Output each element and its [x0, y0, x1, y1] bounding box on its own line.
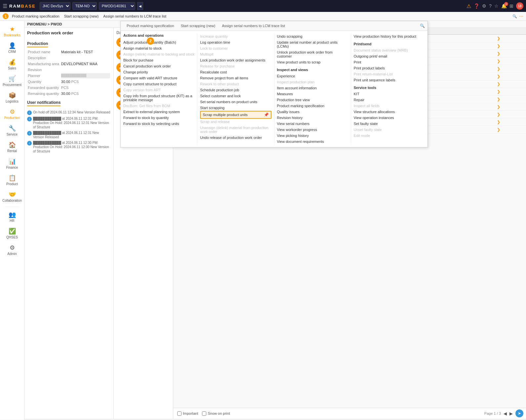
doc-nav-btn[interactable]: ◀ — [137, 2, 143, 10]
col1-item-1[interactable]: Assign material to stock — [123, 45, 194, 51]
col2-item-16[interactable]: Undo release of production work order — [200, 135, 271, 141]
col3-item-1[interactable]: Update serial number at product units (L… — [277, 39, 348, 49]
col3-inspect-item-7[interactable]: Revision history — [277, 115, 348, 121]
col2-item-7[interactable]: Remove project from all items — [200, 75, 271, 81]
col3-inspect-item-2[interactable]: Item account information — [277, 85, 348, 91]
sidebar-item-crm[interactable]: 👤 CRM — [1, 40, 23, 56]
col2-item-14: Scrap and release — [200, 119, 271, 125]
admin-icon: ⚙ — [10, 244, 15, 251]
col4-print-item-2[interactable]: Print — [354, 59, 425, 65]
col4-print-item-1[interactable]: Outgoing print/ email — [354, 53, 425, 59]
col1-item-6[interactable]: Compare with valid ART structure — [123, 75, 194, 81]
sidebar-item-qhses[interactable]: ✅ QHSES — [1, 226, 23, 241]
col1-item-12[interactable]: Forward to stock by quantity — [123, 115, 194, 121]
star-icon[interactable]: ☆ — [494, 3, 499, 9]
sidebar-label-production: Production — [4, 116, 20, 120]
col1-item-7[interactable]: Copy current structure to product — [123, 81, 194, 87]
col2-item-11[interactable]: Set serial numbers on product units — [200, 99, 271, 105]
hamburger-icon[interactable]: ☰ — [3, 3, 7, 9]
col2-item-highlighted-13[interactable]: Scrap multiple product units📌 — [200, 111, 271, 119]
sidebar-item-hr[interactable]: 👥 HR — [1, 209, 23, 225]
col4-service-item-6: Unset faulty state — [354, 127, 425, 133]
col2-item-12[interactable]: Start scrapping — [200, 105, 271, 111]
col1-item-10: DocBom: Get files from BOM — [123, 103, 194, 109]
col3-inspect-item-10[interactable]: View picking history — [277, 133, 348, 139]
col4-service-item-4[interactable]: View operation instances — [354, 115, 425, 121]
col1-item-11[interactable]: Extract to external planning system — [123, 109, 194, 115]
tab-assign-serial[interactable]: Assign serial numbers to LCM trace list — [102, 14, 168, 19]
help-circle-icon[interactable]: ❓ — [474, 3, 479, 9]
col1-item-0[interactable]: Adjust produced quantity (Batch) — [123, 39, 194, 45]
notification-icon[interactable]: 🔔2 — [501, 3, 507, 9]
tab-product-marking[interactable]: Product marking specification — [11, 14, 61, 19]
col4-print-item-0: Document status overview (MRB) — [354, 47, 425, 53]
col3-inspect-item-3[interactable]: Measures — [277, 91, 348, 97]
sidebar-item-logistics[interactable]: 📦 Logistics — [1, 90, 23, 105]
tab-start-scrapping[interactable]: Start scrapping (new) — [63, 14, 100, 19]
sidebar-item-admin[interactable]: ⚙ Admin — [1, 242, 23, 258]
col4-service-item-3[interactable]: View structure allocations — [354, 109, 425, 115]
col3-inspect-item-5[interactable]: Product marking specification — [277, 103, 348, 109]
col4-print-item-3[interactable]: Print product labels — [354, 65, 425, 71]
sidebar-item-procurement[interactable]: 🛒 Procurement — [1, 73, 23, 89]
col1-item-3[interactable]: Block for purchase — [123, 57, 194, 63]
tem-select[interactable]: TEM-NO — [72, 2, 97, 10]
col1-items: Adjust produced quantity (Batch)Assign m… — [123, 39, 194, 127]
col3-item-3[interactable]: View product units to scrap — [277, 59, 348, 65]
company-select[interactable]: JHC DevSys — [40, 2, 70, 10]
sidebar-item-finance[interactable]: 📊 Finance — [1, 156, 23, 172]
dropdown-overlay: Product marking specification Start scra… — [24, 21, 526, 420]
dropdown-tab-0[interactable]: Product marking specification — [123, 21, 178, 30]
col4-service-item-1[interactable]: Repair — [354, 97, 425, 103]
dropdown-tab-2[interactable]: Assign serial numbers to LCM trace list — [219, 21, 288, 30]
col4-item-0[interactable]: View production history for this product — [354, 33, 425, 39]
col2-item-15: Unassign (delink) material from producti… — [200, 125, 271, 135]
col3-inspect-item-11[interactable]: View document requirements — [277, 139, 348, 145]
col1-item-4[interactable]: Cancel production work order — [123, 63, 194, 69]
grid-icon[interactable]: ⊞ — [509, 3, 513, 9]
col2-item-6[interactable]: Recalculate cost — [200, 69, 271, 75]
col3-inspect-item-9[interactable]: View workorder progress — [277, 127, 348, 133]
sidebar-item-service[interactable]: 🔧 Service — [1, 123, 23, 139]
sidebar-item-collaboration[interactable]: 🤝 Collaboration — [1, 189, 23, 205]
dropdown-tab-1[interactable]: Start scrapping (new) — [178, 21, 219, 30]
col3-inspect-item-0[interactable]: Experience — [277, 73, 348, 79]
col2-item-4[interactable]: Lock production work order assignments — [200, 57, 271, 63]
doc-select[interactable]: PWOD/140361 — [99, 2, 135, 10]
nav-badge: 1 — [3, 13, 9, 19]
col2-item-10[interactable]: Select customer and lock — [200, 93, 271, 99]
col4-items: View production history for this product — [354, 33, 425, 39]
sidebar-item-sales[interactable]: 💰 Sales — [1, 57, 23, 72]
sidebar-label-rental: Rental — [7, 149, 17, 153]
col3-item-0[interactable]: Undo scrapping — [277, 33, 348, 39]
sidebar-item-production[interactable]: ⚙ Production — [1, 106, 23, 122]
collaboration-icon: 🤝 — [9, 191, 16, 198]
sidebar-item-product[interactable]: 📋 Product — [1, 172, 23, 188]
user-avatar[interactable]: 18 — [516, 2, 523, 10]
question-icon[interactable]: ? — [489, 3, 492, 9]
alert-icon[interactable]: ⚠ — [466, 3, 471, 9]
crm-icon: 👤 — [9, 42, 16, 49]
sidebar-item-rental[interactable]: 🏠 Rental — [1, 139, 23, 155]
col3-inspect-item-6[interactable]: Quality issues — [277, 109, 348, 115]
rental-icon: 🏠 — [9, 141, 16, 148]
col2-item-1[interactable]: Log operation time — [200, 39, 271, 45]
col4-print-item-5[interactable]: Print unit sequence labels — [354, 77, 425, 83]
menu-col-2: Increase quantityLog operation timeLock … — [197, 33, 274, 145]
col1-item-9[interactable]: Copy info from product structure (KIT) a… — [123, 93, 194, 103]
col1-title: Actions and operations — [123, 33, 194, 37]
col3-item-2[interactable]: Unlock production work order from custom… — [277, 49, 348, 59]
col4-service-item-0[interactable]: KIT — [354, 91, 425, 97]
more-options-btn[interactable]: ··· — [519, 13, 523, 19]
bookmarks-icon: ★ — [10, 25, 15, 33]
settings-circle-icon[interactable]: ⚙ — [482, 3, 486, 9]
col4-service-item-5[interactable]: Set faulty state — [354, 121, 425, 127]
sidebar: ★ Bookmarks 👤 CRM 💰 Sales 🛒 Procurement … — [0, 21, 24, 420]
col2-item-9[interactable]: Schedule production job — [200, 87, 271, 93]
col1-item-5[interactable]: Change priority — [123, 69, 194, 75]
sidebar-item-bookmarks[interactable]: ★ Bookmarks — [1, 23, 23, 39]
col1-item-13[interactable]: Forward to stock by selecting units — [123, 121, 194, 127]
search-icon[interactable]: 🔍 — [512, 14, 517, 19]
col3-inspect-item-4[interactable]: Production tree view — [277, 97, 348, 103]
col3-inspect-item-8[interactable]: View serial numbers — [277, 121, 348, 127]
